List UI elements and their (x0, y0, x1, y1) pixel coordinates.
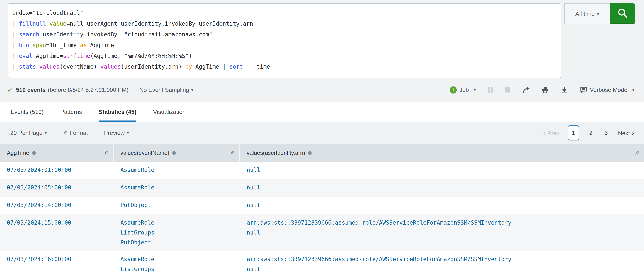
page-button-2[interactable]: 2 (588, 130, 594, 136)
query-token (29, 42, 32, 48)
cell-value[interactable]: 07/03/2024:14:00:00 (7, 200, 110, 210)
table-row: 07/03/2024:16:00:00AssumeRoleListGroupsa… (0, 251, 644, 277)
time-range-label: All time (575, 10, 599, 17)
query-token: | (12, 20, 19, 27)
cell-aggtime: 07/03/2024:16:00:00 (0, 251, 114, 277)
query-token: as (80, 42, 87, 48)
format-button[interactable]: Format (63, 130, 88, 136)
query-token: (AggTime, "%m/%d/%Y:%H:%M:%S") (90, 52, 192, 59)
cell-value[interactable]: 07/03/2024:15:00:00 (7, 218, 110, 228)
paintbrush-icon[interactable] (635, 150, 640, 156)
query-token: stats (19, 63, 36, 70)
tab-patterns[interactable]: Patterns (60, 102, 82, 122)
preview-dropdown[interactable]: Preview (104, 130, 129, 136)
format-label: Format (70, 130, 88, 136)
query-token: strftime (63, 52, 90, 59)
cell-value[interactable]: ListGroups (120, 264, 236, 274)
cell-eventnames: AssumeRoleListGroupsPutObject (114, 214, 240, 251)
query-token: values (100, 63, 121, 70)
table-row: 07/03/2024:05:00:00AssumeRolenull (0, 179, 644, 197)
cell-value[interactable]: AssumeRole (120, 218, 236, 228)
cell-arns: arn:aws:sts::339712839666:assumed-role/A… (240, 251, 644, 277)
cell-eventnames: AssumeRole (114, 179, 240, 197)
cell-value[interactable]: null (247, 228, 640, 238)
pause-button[interactable] (488, 87, 493, 93)
cell-value[interactable]: PutObject (120, 200, 236, 210)
tab-events-510[interactable]: Events (510) (10, 102, 44, 122)
search-button[interactable] (610, 3, 635, 24)
cell-value[interactable]: 07/03/2024:16:00:00 (7, 254, 110, 264)
query-line: | search userIdentity.invokedBy!="cloudt… (12, 29, 556, 40)
cell-value[interactable]: null (247, 183, 640, 193)
query-line: | stats values(eventName) values(userIde… (12, 61, 556, 72)
prev-page-button[interactable]: Prev (543, 129, 559, 137)
cell-aggtime: 07/03/2024:05:00:00 (0, 179, 114, 197)
job-label: Job (460, 86, 469, 93)
paintbrush-icon[interactable] (104, 150, 109, 156)
column-header-aggtime[interactable]: AggTime (0, 144, 114, 162)
cell-value[interactable]: null (247, 165, 640, 175)
cell-value[interactable]: PutObject (120, 238, 236, 248)
cell-value[interactable]: 07/03/2024:05:00:00 (7, 183, 110, 193)
cell-eventnames: PutObject (114, 197, 240, 214)
share-button[interactable] (522, 86, 530, 94)
query-line: | bin span=1h _time as AggTime (12, 40, 556, 50)
cell-value[interactable]: null (247, 200, 640, 210)
sort-icon (172, 151, 176, 155)
cell-arns: null (240, 162, 644, 179)
job-done-check-icon (7, 86, 13, 94)
verbose-mode-icon (580, 86, 587, 93)
search-query-input[interactable]: index="tb-cloudtrail"| fillnull value=nu… (8, 3, 561, 78)
cell-value[interactable]: AssumeRole (120, 183, 236, 193)
cell-value[interactable]: null (247, 264, 640, 274)
column-header-useridentity-arn[interactable]: values(userIdentity.arn) (240, 144, 644, 162)
cell-value[interactable]: 07/03/2024:01:00:00 (7, 165, 110, 175)
query-token: - _time (243, 63, 270, 70)
cell-value[interactable]: arn:aws:sts::339712839666:assumed-role/A… (247, 218, 640, 228)
print-button[interactable] (542, 86, 549, 93)
cell-value[interactable]: AssumeRole (120, 165, 236, 175)
export-button[interactable] (561, 86, 568, 93)
cell-aggtime: 07/03/2024:15:00:00 (0, 214, 114, 251)
query-token: (eventName) (60, 63, 100, 70)
query-token: values (39, 63, 60, 70)
query-token: bin (19, 42, 29, 48)
cell-value[interactable]: arn:aws:sts::339712839666:assumed-role/A… (247, 254, 640, 264)
query-line: | fillnull value=null userAgent userIden… (12, 18, 556, 29)
table-header-row: AggTime values(eventName) values(userIde… (0, 144, 644, 162)
table-row: 07/03/2024:01:00:00AssumeRolenull (0, 162, 644, 179)
cell-value[interactable]: AssumeRole (120, 254, 236, 264)
query-token (46, 20, 50, 27)
cell-aggtime: 07/03/2024:14:00:00 (0, 197, 114, 214)
stop-button[interactable] (505, 87, 510, 92)
job-controls: Job (450, 86, 634, 94)
table-body: 07/03/2024:01:00:00AssumeRolenull07/03/2… (0, 162, 644, 277)
event-count-detail: (before 8/5/24 5:27:01.000 PM) (48, 86, 128, 93)
job-menu[interactable]: Job (450, 86, 476, 93)
column-header-eventname[interactable]: values(eventName) (114, 144, 240, 162)
per-page-dropdown[interactable]: 20 Per Page (10, 130, 47, 136)
search-section: index="tb-cloudtrail"| fillnull value=nu… (0, 0, 644, 102)
event-sampling-dropdown[interactable]: No Event Sampling (140, 86, 194, 93)
cell-eventnames: AssumeRoleListGroups (114, 251, 240, 277)
search-mode-dropdown[interactable]: Verbose Mode (580, 86, 634, 93)
query-token: AggTime= (32, 52, 63, 59)
page-buttons: 123 (568, 125, 610, 140)
query-token: | (12, 42, 19, 48)
page-button-3[interactable]: 3 (603, 130, 610, 136)
cell-value[interactable]: ListGroups (120, 228, 236, 238)
tab-statistics-45[interactable]: Statistics (45) (98, 102, 136, 122)
page-button-1[interactable]: 1 (568, 125, 579, 140)
paintbrush-icon[interactable] (230, 150, 235, 156)
next-page-button[interactable]: Next (618, 129, 634, 137)
search-bar: index="tb-cloudtrail"| fillnull value=nu… (0, 3, 644, 78)
query-token: userIdentity.invokedBy!="cloudtrail.amaz… (39, 31, 212, 38)
cell-arns: null (240, 197, 644, 214)
query-line: | eval AggTime=strftime(AggTime, "%m/%d/… (12, 50, 556, 61)
query-token: AggTime | (192, 63, 230, 70)
query-token: search (19, 31, 39, 38)
cell-aggtime: 07/03/2024:01:00:00 (0, 162, 114, 179)
query-token: value (50, 20, 66, 27)
time-range-picker[interactable]: All time (564, 3, 610, 24)
tab-visualization[interactable]: Visualization (153, 102, 186, 122)
